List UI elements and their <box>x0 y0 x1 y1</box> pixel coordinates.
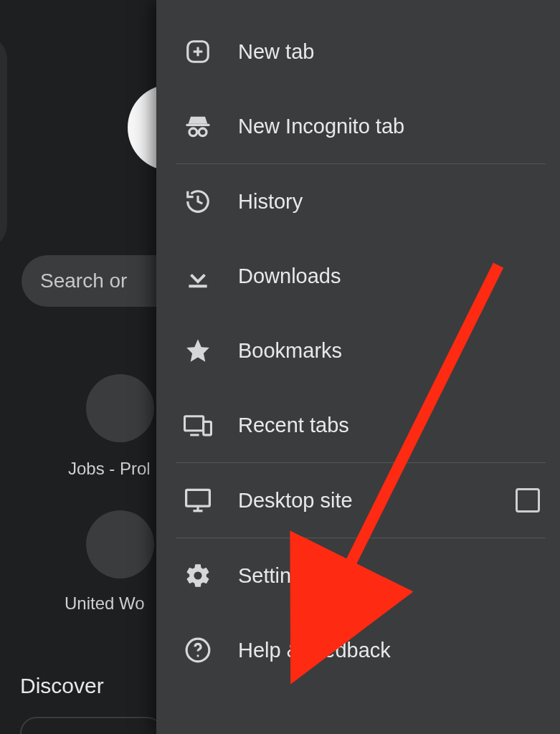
menu-item-desktop-site[interactable]: Desktop site <box>156 463 560 538</box>
recent-tabs-icon <box>184 411 212 439</box>
menu-item-bookmarks[interactable]: Bookmarks <box>156 313 560 388</box>
menu-item-label: Help & feedback <box>238 639 540 662</box>
menu-item-settings[interactable]: Settings <box>156 538 560 613</box>
desktop-site-checkbox[interactable] <box>516 488 540 513</box>
svg-rect-9 <box>185 416 204 431</box>
menu-item-label: Downloads <box>238 264 540 288</box>
svg-rect-3 <box>186 124 209 126</box>
shortcut-chip[interactable] <box>86 510 154 578</box>
menu-item-recent-tabs[interactable]: Recent tabs <box>156 388 560 462</box>
svg-point-4 <box>189 128 197 136</box>
menu-item-label: New tab <box>238 40 540 64</box>
download-icon <box>184 262 212 290</box>
svg-marker-8 <box>186 339 209 362</box>
shortcut-chip[interactable] <box>86 374 154 442</box>
menu-item-new-incognito-tab[interactable]: New Incognito tab <box>156 89 560 163</box>
tab-switcher-pill <box>0 34 7 249</box>
discover-card-peek <box>20 717 163 734</box>
history-icon <box>184 187 212 216</box>
plus-square-icon <box>184 37 212 66</box>
gear-icon <box>184 561 212 590</box>
help-icon <box>184 636 212 664</box>
menu-item-label: Bookmarks <box>238 339 540 363</box>
menu-item-help-feedback[interactable]: Help & feedback <box>156 613 560 687</box>
menu-item-label: Settings <box>238 564 540 588</box>
menu-item-label: History <box>238 190 540 214</box>
svg-point-16 <box>196 654 199 657</box>
menu-item-label: Recent tabs <box>238 414 540 437</box>
desktop-icon <box>184 486 212 515</box>
svg-rect-11 <box>204 421 212 434</box>
svg-rect-12 <box>186 490 210 506</box>
menu-item-new-tab[interactable]: New tab <box>156 14 560 89</box>
discover-heading: Discover <box>20 674 104 698</box>
star-icon <box>184 336 212 365</box>
incognito-icon <box>184 112 212 140</box>
menu-item-label: Desktop site <box>238 489 490 513</box>
menu-item-history[interactable]: History <box>156 164 560 239</box>
overflow-menu: New tab New Incognito tab History <box>156 0 560 734</box>
search-placeholder: Search or <box>40 270 127 292</box>
svg-point-5 <box>199 128 207 136</box>
menu-item-downloads[interactable]: Downloads <box>156 239 560 313</box>
menu-item-label: New Incognito tab <box>238 115 540 138</box>
